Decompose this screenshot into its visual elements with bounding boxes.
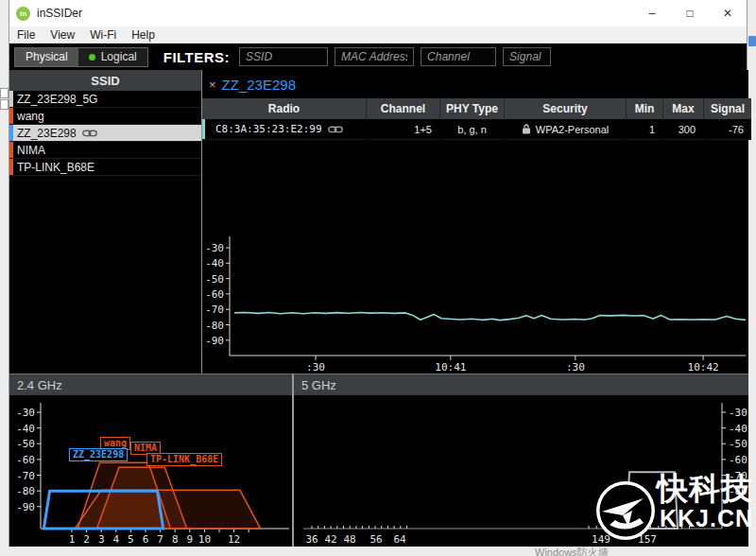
radio-table-row[interactable]: C8:3A:35:23:E2:99 1+5 b, g, n WPA2-Perso… bbox=[202, 119, 746, 140]
screen: { "window": { "app_icon": "in", "title":… bbox=[0, 0, 756, 556]
menu-view[interactable]: View bbox=[43, 28, 82, 42]
ssid-filter-input[interactable] bbox=[239, 47, 328, 66]
ssid-row-tp-link-b68e[interactable]: TP-LINK_B68E bbox=[9, 159, 201, 176]
col-signal[interactable]: Signal bbox=[704, 98, 751, 119]
ssid-label: wang bbox=[21, 110, 44, 123]
col-radio[interactable]: Radio bbox=[202, 98, 366, 119]
col-phy-type[interactable]: PHY Type bbox=[440, 98, 504, 119]
menu-file[interactable]: File bbox=[9, 28, 43, 42]
svg-text:7: 7 bbox=[157, 533, 163, 546]
svg-text:149: 149 bbox=[592, 533, 610, 546]
svg-text:42: 42 bbox=[324, 533, 336, 546]
network-color-bar bbox=[9, 125, 13, 141]
network-color-bar bbox=[9, 91, 13, 107]
svg-text::30: :30 bbox=[566, 361, 585, 374]
svg-text:9: 9 bbox=[186, 533, 193, 546]
col-max[interactable]: Max bbox=[663, 98, 703, 119]
physical-logical-toggle: Physical Logical bbox=[14, 47, 148, 67]
background-blue-glyph bbox=[748, 36, 756, 46]
background-window-icon bbox=[0, 88, 9, 98]
tab-close-icon[interactable]: × bbox=[209, 78, 216, 92]
security-cell: WPA2-Personal bbox=[505, 119, 626, 140]
band-24ghz-header: 2.4 GHz bbox=[9, 374, 292, 395]
filter-bar: Physical Logical FILTERS: bbox=[9, 43, 747, 70]
svg-text:-80: -80 bbox=[729, 485, 747, 497]
ssid-row-zz-23e298-5g[interactable]: ZZ_23E298_5G bbox=[9, 91, 201, 108]
min-rate-cell: 1 bbox=[627, 119, 662, 140]
svg-text:64: 64 bbox=[393, 533, 406, 546]
svg-text:-40: -40 bbox=[729, 423, 747, 435]
logical-toggle-label: Logical bbox=[101, 50, 137, 63]
svg-text:-80: -80 bbox=[16, 485, 35, 497]
col-min[interactable]: Min bbox=[627, 98, 662, 119]
link-icon bbox=[82, 130, 97, 137]
menu-wifi[interactable]: Wi-Fi bbox=[82, 28, 124, 42]
svg-text:-70: -70 bbox=[729, 470, 747, 482]
title-bar: in inSSIDer – □ ✕ bbox=[9, 0, 747, 26]
radio-table-header: Radio Channel PHY Type Security Min Max … bbox=[202, 98, 746, 119]
svg-text:-60: -60 bbox=[729, 454, 747, 466]
menu-bar: File View Wi-Fi Help bbox=[9, 26, 747, 43]
svg-text:-60: -60 bbox=[205, 288, 224, 301]
window-title: inSSIDer bbox=[37, 7, 82, 20]
svg-text:3: 3 bbox=[98, 533, 105, 546]
svg-text:157: 157 bbox=[638, 533, 657, 546]
svg-text:-50: -50 bbox=[729, 438, 747, 450]
svg-text:10:41: 10:41 bbox=[435, 361, 466, 374]
network-label-tp-link_b68e: TP-LINK_B68E bbox=[146, 453, 222, 466]
svg-text:-80: -80 bbox=[205, 320, 224, 332]
close-button[interactable]: ✕ bbox=[709, 0, 747, 26]
network-color-bar bbox=[9, 108, 13, 124]
svg-text:-90: -90 bbox=[205, 335, 224, 347]
detail-tab[interactable]: × ZZ_23E298 bbox=[202, 70, 748, 98]
link-icon bbox=[328, 126, 343, 133]
app-icon: in bbox=[16, 7, 30, 21]
channel-filter-input[interactable] bbox=[421, 47, 496, 66]
signal-filter-input[interactable] bbox=[503, 47, 551, 66]
background-bottom-strip: Windows防火墙 bbox=[0, 547, 756, 556]
band-panel-5ghz: 5 GHz -30-40-50-60-70-803642485664149157 bbox=[292, 374, 748, 547]
security-value: WPA2-Personal bbox=[536, 124, 609, 135]
ssid-row-wang[interactable]: wang bbox=[9, 108, 201, 125]
physical-toggle-button[interactable]: Physical bbox=[15, 48, 78, 66]
band-panel-24ghz: 2.4 GHz -30-40-50-60-70-80-9012345678910… bbox=[9, 374, 292, 547]
max-rate-cell: 300 bbox=[663, 119, 703, 140]
col-channel[interactable]: Channel bbox=[367, 98, 439, 119]
svg-text:-30: -30 bbox=[205, 242, 224, 254]
svg-text:-50: -50 bbox=[16, 438, 35, 450]
svg-text:-30: -30 bbox=[729, 407, 747, 419]
minimize-button[interactable]: – bbox=[633, 0, 671, 26]
svg-text:-60: -60 bbox=[16, 454, 35, 466]
radio-mac: C8:3A:35:23:E2:99 bbox=[215, 123, 322, 135]
svg-text:1: 1 bbox=[69, 533, 76, 546]
svg-text:-40: -40 bbox=[16, 423, 35, 435]
svg-text:12: 12 bbox=[228, 533, 240, 546]
svg-text:-50: -50 bbox=[205, 273, 224, 286]
inssider-window: in inSSIDer – □ ✕ File View Wi-Fi Help P… bbox=[9, 0, 747, 547]
svg-text:8: 8 bbox=[172, 533, 179, 546]
network-detail-panel: × ZZ_23E298 Radio Channel PHY Type Secur… bbox=[202, 70, 748, 374]
ssid-row-zz-23e298[interactable]: ZZ_23E298 bbox=[9, 125, 201, 142]
svg-text:4: 4 bbox=[112, 533, 119, 546]
channel-cell: 1+5 bbox=[367, 119, 439, 140]
background-right-strip bbox=[747, 0, 756, 556]
filters-label: FILTERS: bbox=[163, 49, 230, 65]
ssid-label: ZZ_23E298 bbox=[21, 127, 77, 140]
signal-cell: -76 bbox=[704, 119, 751, 140]
svg-text:-30: -30 bbox=[16, 407, 35, 419]
tab-title: ZZ_23E298 bbox=[222, 77, 296, 93]
ssid-row-nima[interactable]: NIMA bbox=[9, 142, 201, 159]
logical-toggle-button[interactable]: Logical bbox=[78, 48, 147, 66]
svg-text:10: 10 bbox=[198, 533, 211, 546]
ssid-column-header[interactable]: SSID bbox=[9, 70, 201, 91]
ssid-label: TP-LINK_B68E bbox=[21, 161, 94, 174]
menu-help[interactable]: Help bbox=[124, 28, 163, 42]
mac-filter-input[interactable] bbox=[335, 47, 414, 66]
svg-text:48: 48 bbox=[343, 533, 355, 546]
background-window-icon bbox=[0, 99, 9, 110]
network-color-bar bbox=[9, 159, 13, 175]
network-color-bar bbox=[9, 142, 13, 158]
col-security[interactable]: Security bbox=[505, 98, 626, 119]
maximize-button[interactable]: □ bbox=[671, 0, 709, 26]
svg-text:-40: -40 bbox=[205, 257, 224, 269]
